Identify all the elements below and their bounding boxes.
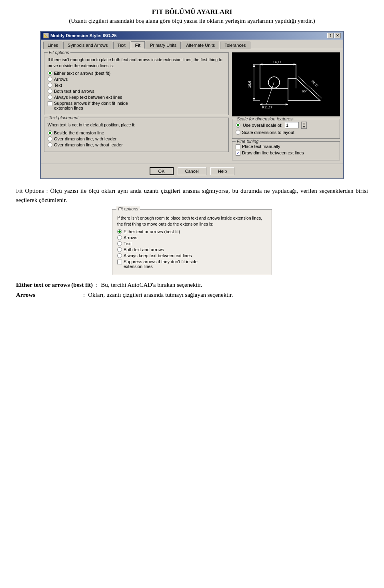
radio-overall-label: Use overall scale of: <box>243 123 282 128</box>
radio-both-btn[interactable] <box>48 89 52 94</box>
svg-line-13 <box>298 76 322 98</box>
checkbox-suppress-box[interactable] <box>48 101 52 106</box>
help-button[interactable]: Help <box>210 167 235 175</box>
checkbox-draw-dim[interactable]: Draw dim line between ext lines <box>236 150 336 156</box>
arrows-row: Arrows : Okları, uzantı çizgileri arasın… <box>16 292 368 298</box>
radio-overall-btn[interactable] <box>236 123 240 128</box>
dialog-icon: 📐 <box>43 33 49 38</box>
fit-checkbox-suppress[interactable]: Suppress arrows if they don't fit inside… <box>117 259 267 269</box>
spin-up[interactable]: ▲ <box>302 122 306 125</box>
scale-use-overall: Use overall scale of: 1 ▲ ▼ <box>236 122 336 129</box>
fit-panel-desc: If there isn't enough room to place both… <box>117 215 267 227</box>
radio-both[interactable]: Both text and arrows <box>48 89 225 94</box>
tab-primary[interactable]: Primary Units <box>146 42 181 49</box>
scale-spinbox[interactable]: 1 <box>285 122 299 128</box>
dialog-body: Fit options If there isn't enough room t… <box>41 49 343 164</box>
fit-radio-either[interactable]: Either text or arrows (best fit) <box>117 229 267 234</box>
fit-panel-title: Fit options <box>116 206 140 211</box>
spin-arrows: ▲ ▼ <box>301 122 307 129</box>
either-value: Bu, tercihi AutoCAD'a bırakan seçenektir… <box>101 282 368 288</box>
svg-text:14,11: 14,11 <box>273 60 282 64</box>
dialog: 📐 Modify Dimension Style: ISO-25 ? ✕ Lin… <box>40 31 344 179</box>
cancel-button[interactable]: Cancel <box>178 167 206 175</box>
checkbox-dim-box[interactable] <box>236 151 240 156</box>
fit-options-title: Fit options <box>48 50 70 55</box>
page-title: FIT BÖLÜMÜ AYARLARI <box>16 8 368 16</box>
fit-radio-both-label: Both text and arrows <box>124 247 164 252</box>
fit-radio-text[interactable]: Text <box>117 241 267 246</box>
radio-always[interactable]: Always keep text between ext lines <box>48 95 225 100</box>
radio-arrows-btn[interactable] <box>48 77 52 82</box>
fine-tuning-title: Fine tuning <box>236 139 260 144</box>
svg-text:R11,17: R11,17 <box>262 106 272 109</box>
radio-always-label: Always keep text between ext lines <box>54 95 122 100</box>
fit-radio-always[interactable]: Always keep text between ext lines <box>117 253 267 258</box>
radio-layout-btn[interactable] <box>236 130 240 135</box>
radio-text-btn[interactable] <box>48 83 52 88</box>
radio-scale-layout[interactable]: Scale dimensions to layout <box>236 130 336 135</box>
radio-arrows[interactable]: Arrows <box>48 77 225 82</box>
either-colon: : <box>96 282 98 288</box>
fit-radio-both-btn[interactable] <box>117 247 122 252</box>
radio-over-leader-btn[interactable] <box>48 136 52 141</box>
radio-beside-btn[interactable] <box>48 130 52 135</box>
radio-beside[interactable]: Beside the dimension line <box>48 130 225 135</box>
spin-down[interactable]: ▼ <box>302 125 306 128</box>
ok-button[interactable]: OK <box>150 167 174 175</box>
tab-symbols[interactable]: Symbols and Arrows <box>63 42 112 49</box>
svg-text:28,07: 28,07 <box>311 80 319 88</box>
dialog-title: Modify Dimension Style: ISO-25 <box>50 33 117 38</box>
radio-arrows-label: Arrows <box>54 77 68 82</box>
radio-over-leader-label: Over dimension line, with leader <box>54 136 117 141</box>
help-btn[interactable]: ? <box>327 33 334 38</box>
checkbox-place-manually[interactable]: Place text manually <box>236 144 336 149</box>
fit-radio-text-label: Text <box>124 241 132 246</box>
fit-radio-either-btn[interactable] <box>117 229 122 234</box>
radio-both-label: Both text and arrows <box>54 89 94 94</box>
text-placement-title: Text placement <box>48 115 80 120</box>
tab-text[interactable]: Text <box>113 42 130 49</box>
fit-radio-arrows-btn[interactable] <box>117 235 122 240</box>
radio-always-btn[interactable] <box>48 95 52 100</box>
fit-radio-arrows-label: Arrows <box>124 235 137 240</box>
radio-over-noleader-btn[interactable] <box>48 142 52 147</box>
svg-text:60°: 60° <box>302 90 307 93</box>
checkbox-manual-box[interactable] <box>236 144 240 149</box>
tab-lines[interactable]: Lines <box>43 42 62 49</box>
arrows-label: Arrows <box>16 292 80 298</box>
fit-options-group: Fit options If there isn't enough room t… <box>44 52 229 115</box>
fit-radio-always-label: Always keep text between ext lines <box>124 253 192 258</box>
scale-group-title: Scale for dimension features <box>236 116 294 121</box>
radio-either-btn[interactable] <box>48 71 52 76</box>
dialog-tabs: Lines Symbols and Arrows Text Fit Primar… <box>41 40 343 49</box>
svg-marker-9 <box>253 64 255 67</box>
fit-radio-both[interactable]: Both text and arrows <box>117 247 267 252</box>
radio-text[interactable]: Text <box>48 83 225 88</box>
tab-alternate[interactable]: Alternate Units <box>182 42 219 49</box>
radio-over-noleader[interactable]: Over dimension line, without leader <box>48 142 225 147</box>
fit-radio-always-btn[interactable] <box>117 253 122 258</box>
page-subtitle: (Uzantı çizgileri arasındaki boş alana g… <box>16 18 368 24</box>
titlebar-left: 📐 Modify Dimension Style: ISO-25 <box>43 33 117 38</box>
svg-line-16 <box>266 82 274 104</box>
svg-marker-10 <box>253 98 255 100</box>
svg-text:16,6: 16,6 <box>248 81 252 88</box>
svg-marker-19 <box>260 103 262 106</box>
fit-options-panel-large: Fit options If there isn't enough room t… <box>112 209 272 275</box>
fit-checkbox-suppress-box[interactable] <box>117 260 122 264</box>
either-label: Either text or arrows (best fit) <box>16 282 93 288</box>
tab-fit[interactable]: Fit <box>131 41 145 49</box>
dialog-wrapper: 📐 Modify Dimension Style: ISO-25 ? ✕ Lin… <box>16 31 368 179</box>
checkbox-suppress[interactable]: Suppress arrows if they don't fit inside… <box>48 101 225 110</box>
radio-either[interactable]: Either text or arrows (best fit) <box>48 71 225 76</box>
checkbox-suppress-label: Suppress arrows if they don't fit inside… <box>54 101 128 110</box>
fit-radio-either-label: Either text or arrows (best fit) <box>124 229 180 234</box>
close-btn[interactable]: ✕ <box>334 33 341 38</box>
fit-radio-arrows[interactable]: Arrows <box>117 235 267 240</box>
tab-tolerances[interactable]: Tolerances <box>220 42 250 49</box>
fit-radio-text-btn[interactable] <box>117 241 122 246</box>
fit-checkbox-suppress-label: Suppress arrows if they don't fit inside… <box>124 259 198 269</box>
fine-tuning-group: Fine tuning Place text manually Draw dim… <box>232 141 340 160</box>
radio-over-leader[interactable]: Over dimension line, with leader <box>48 136 225 141</box>
radio-text-label: Text <box>54 83 62 88</box>
